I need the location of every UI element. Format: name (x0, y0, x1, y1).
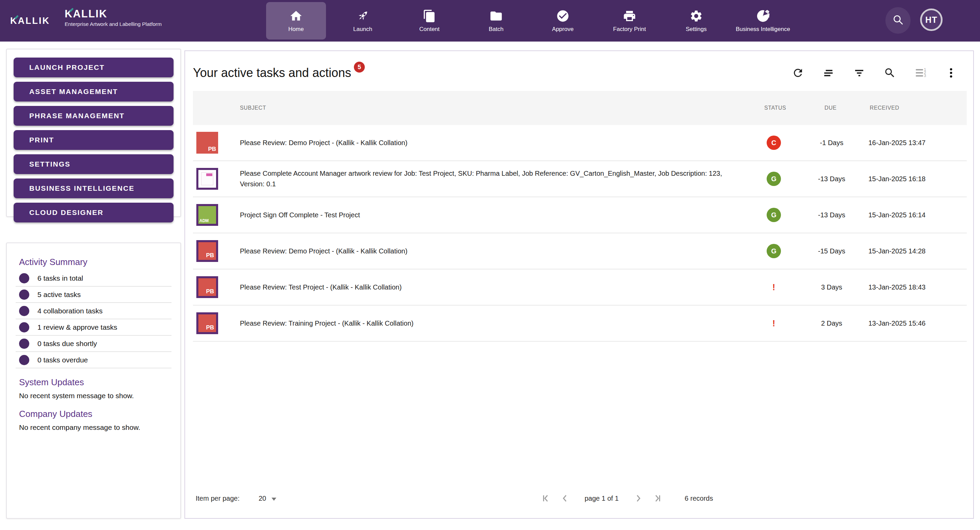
task-type-icon: ADM (196, 204, 218, 226)
column-header-received: RECEIVED (870, 105, 899, 111)
status-badge: G (767, 172, 781, 186)
tasks-panel: Your active tasks and actions 5 123 SUBJ… (185, 50, 974, 519)
nav-item-factory-print[interactable]: Factory Print (596, 0, 663, 42)
task-received: 15-Jan-2025 16:14 (869, 211, 926, 219)
items-per-page-select[interactable]: 20 (259, 495, 276, 503)
task-row[interactable]: PB Please Review: Demo Project - (Kallik… (193, 125, 967, 161)
nav-item-settings[interactable]: Settings (663, 0, 730, 42)
first-page-button[interactable] (541, 493, 551, 503)
activity-summary-item: 1 review & approve tasks (16, 319, 172, 335)
task-status: ! (759, 318, 789, 328)
topbar: KALLIK KALLIK Enterprise Artwork and Lab… (0, 0, 980, 42)
last-page-button[interactable] (652, 493, 662, 503)
bullet-dot-icon (19, 338, 29, 349)
sidebar-button-launch-project[interactable]: LAUNCH PROJECT (14, 57, 173, 77)
sidebar-summary-card: Activity Summary 6 tasks in total 5 acti… (6, 243, 181, 519)
task-type-icon: PB (196, 276, 218, 298)
nav-item-business-intelligence[interactable]: Business Intelligence (730, 0, 796, 42)
task-subject: Please Complete Account Manager artwork … (240, 168, 729, 189)
task-subject: Please Review: Demo Project - (Kallik - … (240, 246, 729, 257)
kallik-k-mark: K (10, 16, 18, 26)
numbered-list-icon: 123 (914, 67, 927, 79)
sidebar-button-settings[interactable]: SETTINGS (14, 154, 173, 174)
pager-controls: page 1 of 1 6 records (541, 493, 713, 503)
next-page-icon (633, 493, 643, 503)
sort-button[interactable] (822, 67, 835, 79)
platform-tagline: Enterprise Artwork and Labelling Platfor… (65, 21, 162, 27)
task-due: -13 Days (808, 175, 856, 183)
prev-page-button[interactable] (560, 493, 570, 503)
task-received: 15-Jan-2025 16:18 (869, 175, 926, 183)
task-row[interactable]: ADM Project Sign Off Complete - Test Pro… (193, 197, 967, 233)
task-table-body: PB Please Review: Demo Project - (Kallik… (193, 125, 967, 342)
task-row[interactable]: Please Complete Account Manager artwork … (193, 161, 967, 197)
nav-item-home[interactable]: Home (263, 0, 329, 42)
sidebar-button-phrase-management[interactable]: PHRASE MANAGEMENT (14, 106, 173, 126)
nav-item-launch[interactable]: Launch (329, 0, 396, 42)
sidebar-button-asset-management[interactable]: ASSET MANAGEMENT (14, 82, 173, 102)
status-badge: C (767, 136, 781, 150)
nav-item-content[interactable]: Content (396, 0, 463, 42)
task-due: -1 Days (808, 139, 856, 147)
column-header-subject: SUBJECT (240, 105, 266, 111)
sidebar-button-print[interactable]: PRINT (14, 130, 173, 150)
sidebar-button-business-intelligence[interactable]: BUSINESS INTELLIGENCE (14, 179, 173, 198)
nav-item-batch[interactable]: Batch (463, 0, 530, 42)
global-search-button[interactable] (885, 7, 911, 34)
records-count: 6 records (685, 495, 713, 503)
nav-item-approve[interactable]: Approve (530, 0, 596, 42)
gear-icon (689, 9, 703, 23)
pie-chart-icon (756, 9, 770, 23)
activity-summary-item: 6 tasks in total (16, 270, 172, 286)
company-updates-title: Company Updates (19, 409, 168, 419)
user-avatar[interactable]: HT (920, 8, 943, 31)
bullet-dot-icon (19, 322, 29, 332)
activity-summary-list: 6 tasks in total 5 active tasks 4 collab… (16, 270, 172, 368)
top-nav: Home Launch Content Batch Approve Factor… (263, 0, 796, 42)
search-button[interactable] (884, 67, 896, 79)
numbered-list-button[interactable]: 123 (914, 67, 927, 79)
printer-icon (623, 9, 636, 23)
task-status: G (759, 244, 789, 258)
refresh-button[interactable] (792, 67, 804, 79)
task-status: G (759, 172, 789, 186)
system-updates-title: System Updates (19, 377, 168, 388)
filter-button[interactable] (853, 67, 865, 79)
activity-summary-title: Activity Summary (19, 257, 172, 267)
kebab-menu-icon (945, 67, 957, 79)
folder-icon (489, 9, 503, 23)
activity-summary-text: 0 tasks due shortly (37, 340, 97, 348)
task-status: ! (759, 283, 789, 292)
activity-summary-text: 4 collaboration tasks (37, 307, 102, 315)
task-due: 2 Days (808, 319, 856, 327)
rocket-icon (356, 9, 369, 23)
task-count-badge: 5 (354, 62, 365, 73)
next-page-button[interactable] (633, 493, 643, 503)
activity-summary-item: 4 collaboration tasks (16, 303, 172, 319)
refresh-icon (792, 67, 804, 79)
pagination-bar: Item per page: 20 page 1 of 1 6 records (196, 488, 966, 509)
kebab-menu-button[interactable] (945, 67, 957, 79)
activity-summary-text: 5 active tasks (37, 291, 81, 299)
search-icon-dark (884, 67, 896, 79)
documents-icon (423, 9, 436, 23)
chevron-down-icon (272, 495, 276, 503)
status-badge: G (767, 244, 781, 258)
sort-icon (822, 67, 835, 79)
kallik-k-mark: K (65, 8, 73, 20)
task-due: -15 Days (808, 247, 856, 255)
search-icon (892, 14, 904, 27)
status-alert: ! (772, 318, 775, 328)
task-row[interactable]: PB Please Review: Test Project - (Kallik… (193, 270, 967, 305)
page-indicator: page 1 of 1 (585, 495, 619, 503)
task-row[interactable]: PB Please Review: Training Project - (Ka… (193, 305, 967, 342)
task-artwork-thumbnail (196, 168, 218, 190)
first-page-icon (541, 493, 551, 503)
sidebar-button-cloud-designer[interactable]: CLOUD DESIGNER (14, 203, 173, 222)
filter-icon (853, 67, 865, 79)
task-row[interactable]: PB Please Review: Demo Project - (Kallik… (193, 233, 967, 270)
status-badge: G (767, 208, 781, 222)
task-due: 3 Days (808, 283, 856, 291)
task-status: G (759, 208, 789, 222)
task-due: -13 Days (808, 211, 856, 219)
